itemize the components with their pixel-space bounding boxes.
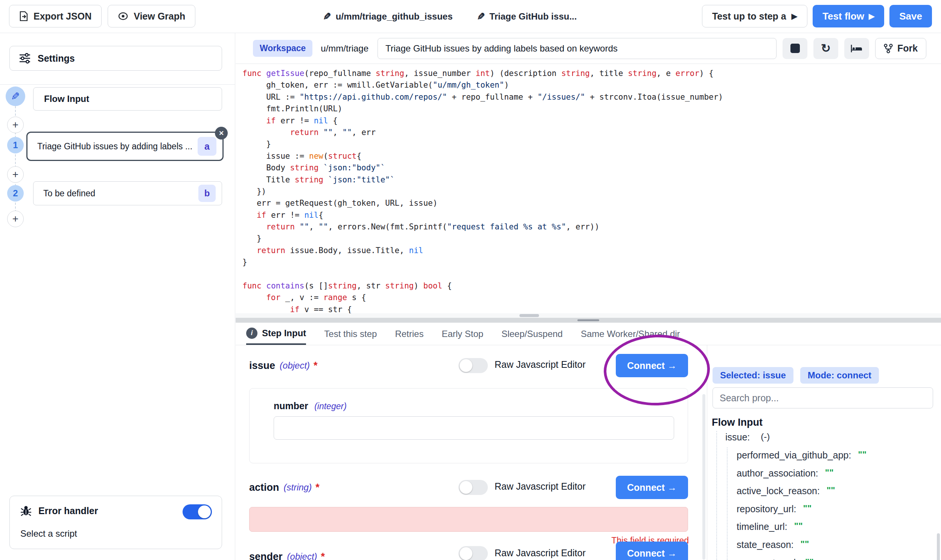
reload-button[interactable]: ↻	[813, 38, 838, 59]
step-header: Workspace u/mm/triage ↻ Fork	[236, 33, 941, 64]
tab-test-this-step[interactable]: Test this step	[324, 323, 377, 345]
code-line: }	[242, 257, 723, 268]
field-type: (integer)	[314, 401, 347, 411]
flow-path-crumb[interactable]: ✎ u/mm/triage_github_issues	[323, 11, 453, 23]
tree-key: timeline_url:	[737, 520, 787, 533]
info-icon: i	[246, 328, 258, 339]
add-step-button[interactable]: +	[7, 211, 24, 227]
tab-sleep-suspend[interactable]: Sleep/Suspend	[501, 323, 563, 345]
step-path: u/mm/triage	[321, 43, 369, 54]
tree-value: ""	[827, 484, 835, 497]
view-graph-button[interactable]: View Graph	[108, 5, 195, 28]
raw-editor-label: Raw Javascript Editor	[495, 548, 586, 558]
step-config-panel: iStep InputTest this stepRetriesEarly St…	[236, 323, 941, 560]
field-row-action: action (string) * Raw Javascript Editor …	[249, 475, 688, 500]
flow-input-node[interactable]: Flow Input	[33, 87, 222, 111]
field-label-issue: issue (object) *	[249, 354, 318, 378]
code-line: gh_token, err := wmill.GetVariable("u/mm…	[242, 79, 723, 91]
flow-title-crumb[interactable]: ✎ Triage GitHub issu...	[477, 11, 577, 23]
raw-editor-toggle-action[interactable]	[458, 480, 488, 495]
step-node-2[interactable]: To be defined b	[33, 181, 222, 205]
tree-item-performed_via_github_app[interactable]: performed_via_github_app:""	[737, 449, 867, 467]
tab-retries[interactable]: Retries	[395, 323, 423, 345]
search-prop-input[interactable]	[713, 388, 933, 408]
connect-button-sender[interactable]: Connect →	[616, 542, 688, 560]
code-horizontal-scrollbar[interactable]	[236, 313, 941, 318]
tree-item-timeline_url[interactable]: timeline_url:""	[737, 520, 867, 538]
remove-step-icon[interactable]: ✕	[215, 127, 228, 140]
code-line: }	[242, 138, 723, 150]
step-1-number: 1	[7, 137, 24, 154]
add-step-button[interactable]: +	[7, 117, 24, 133]
tab-label: Step Input	[262, 328, 306, 338]
add-step-button[interactable]: +	[7, 166, 24, 183]
code-line: for _, v := range s {	[242, 292, 723, 303]
flow-input-icon: ✎	[6, 86, 25, 106]
action-input[interactable]	[249, 507, 688, 532]
test-flow-button[interactable]: Test flow ▶	[813, 5, 884, 28]
tree-key: state_reason:	[737, 538, 794, 551]
tab-label: Test this step	[324, 329, 377, 339]
raw-editor-toggle-issue[interactable]	[458, 358, 488, 373]
code-line: URL := "https://api.github.com/repos/" +…	[242, 91, 723, 103]
code-line: func getIssue(repo_fullname string, issu…	[242, 68, 723, 79]
flow-sidebar: Settings ✎ Flow Input + 1 Triage GitHub …	[0, 33, 235, 560]
code-line: func contains(s []string, str string) bo…	[242, 280, 723, 292]
workspace-badge: Workspace	[253, 40, 312, 57]
test-flow-label: Test flow	[822, 11, 864, 22]
tree-item-issue[interactable]: issue: (-)	[725, 431, 770, 443]
tree-item-active_lock_reason[interactable]: active_lock_reason:""	[737, 485, 867, 503]
connect-button-issue[interactable]: Connect →	[616, 354, 688, 377]
tree-guide-line	[716, 431, 717, 560]
save-button[interactable]: Save	[889, 5, 932, 28]
code-line: if v == str {	[242, 304, 723, 313]
connect-panel-scrollbar[interactable]	[937, 533, 940, 560]
step-node-1[interactable]: Triage GitHub issues by adding labels ..…	[26, 132, 224, 161]
tree-item-author_association[interactable]: author_association:""	[737, 467, 867, 485]
scrollbar-thumb[interactable]	[520, 314, 539, 317]
tab-step-input[interactable]: iStep Input	[246, 323, 306, 345]
tab-same-worker-shared-dir[interactable]: Same Worker/Shared dir	[581, 323, 680, 345]
stop-icon	[790, 44, 800, 53]
tree-item-comments_url[interactable]: comments_url:""	[737, 557, 867, 560]
export-json-button[interactable]: Export JSON	[9, 5, 102, 28]
field-name: sender	[249, 551, 283, 560]
tree-key: performed_via_github_app:	[737, 449, 851, 462]
code-line: Body string `json:"body"`	[242, 162, 723, 174]
step-2-label: To be defined	[43, 188, 95, 198]
fork-label: Fork	[897, 43, 918, 54]
field-type: (object)	[280, 360, 310, 371]
tree-item-state_reason[interactable]: state_reason:""	[737, 538, 867, 557]
tree-item-repository_url[interactable]: repository_url:""	[737, 503, 867, 521]
error-handler-toggle[interactable]	[182, 504, 212, 519]
error-handler-subtitle[interactable]: Select a script	[20, 528, 77, 539]
settings-label: Settings	[38, 53, 75, 64]
settings-button[interactable]: Settings	[9, 46, 222, 71]
step-summary-input[interactable]	[378, 38, 776, 59]
sleep-button[interactable]	[844, 38, 869, 59]
form-scrollbar[interactable]	[702, 394, 705, 560]
test-up-to-step-button[interactable]: Test up to step a ▶	[702, 5, 807, 28]
raw-editor-toggle-sender[interactable]	[458, 546, 488, 560]
tree-key: issue:	[725, 432, 750, 442]
flow-input-heading: Flow Input	[712, 417, 763, 428]
tab-label: Same Worker/Shared dir	[581, 329, 680, 339]
sliders-icon	[19, 53, 31, 64]
code-line: }	[242, 233, 723, 245]
step-tabs: iStep InputTest this stepRetriesEarly St…	[236, 323, 941, 345]
tree-key: repository_url:	[737, 503, 796, 515]
code-line: fmt.Println(URL)	[242, 103, 723, 115]
required-asterisk: *	[313, 360, 318, 372]
field-type: (string)	[284, 482, 312, 493]
connect-button-action[interactable]: Connect →	[616, 476, 688, 499]
panel-resize-handle[interactable]	[236, 318, 941, 323]
number-input[interactable]	[274, 416, 674, 440]
fork-button[interactable]: Fork	[875, 38, 926, 59]
code-editor[interactable]: func getIssue(repo_fullname string, issu…	[236, 64, 941, 313]
code-content: func getIssue(repo_fullname string, issu…	[242, 68, 723, 313]
stop-button[interactable]	[782, 38, 807, 59]
sidebar-divider	[0, 84, 235, 85]
error-handler-title: Error handler	[39, 505, 98, 516]
code-line	[242, 269, 723, 280]
tab-early-stop[interactable]: Early Stop	[441, 323, 483, 345]
